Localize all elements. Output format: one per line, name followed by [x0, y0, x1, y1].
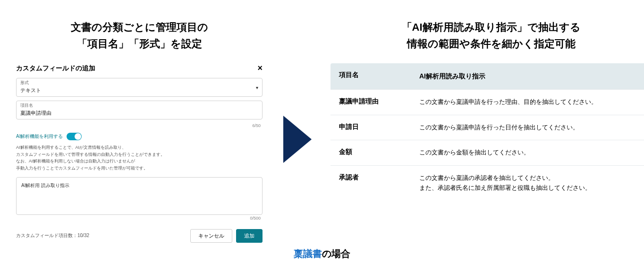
- caption-blue: 稟議書: [294, 248, 322, 259]
- table-row: 申請日 この文書から稟議申請を行った日付を抽出してください。: [330, 115, 644, 141]
- close-icon[interactable]: ×: [257, 63, 263, 73]
- row-desc: この文書から金額を抽出してください。: [411, 140, 644, 165]
- textarea-placeholder: AI解析用 読み取り指示: [21, 183, 69, 188]
- right-heading: 「AI解析用読み取り指示」で抽出する 情報の範囲や条件を細かく指定可能: [330, 19, 644, 52]
- ai-help-text: AI解析機能を利用することで、AIが文書情報を読み取り、 カスタムフィールドを用…: [16, 144, 263, 171]
- right-panel: 「AI解析用読み取り指示」で抽出する 情報の範囲や条件を細かく指定可能 項目名 …: [330, 19, 644, 201]
- add-button[interactable]: 追加: [236, 229, 263, 243]
- left-panel: 文書の分類ごとに管理項目の 「項目名」「形式」を設定 カスタムフィールドの追加 …: [14, 19, 264, 243]
- row-desc: この文書から稟議申請を行った日付を抽出してください。: [411, 115, 644, 140]
- caption-rest: の場合: [322, 248, 350, 259]
- row-desc: この文書から稟議の承認者を抽出してください。 また、承認者氏名に加え所属部署と役…: [411, 166, 644, 201]
- item-name-char-count: 6/50: [18, 123, 261, 128]
- add-custom-field-dialog: カスタムフィールドの追加 × 形式 テキスト ▾ 項目名 稟議申請理由 6/50…: [14, 63, 264, 243]
- ai-instruction-textarea[interactable]: AI解析用 読み取り指示: [16, 177, 263, 215]
- row-name: 稟議申請理由: [330, 90, 411, 115]
- arrow-icon: [283, 116, 312, 165]
- table-row: 金額 この文書から金額を抽出してください。: [330, 140, 644, 166]
- chevron-down-icon: ▾: [256, 85, 258, 90]
- ai-toggle-label: AI解析機能を利用する: [16, 133, 63, 140]
- cancel-button[interactable]: キャンセル: [190, 229, 232, 243]
- textarea-char-count: 0/500: [18, 216, 261, 221]
- row-name: 承認者: [330, 166, 411, 201]
- left-heading: 文書の分類ごとに管理項目の 「項目名」「形式」を設定: [14, 19, 264, 52]
- row-name: 申請日: [330, 115, 411, 140]
- item-name-value: 稟議申請理由: [20, 110, 258, 117]
- row-name: 金額: [330, 140, 411, 165]
- ai-toggle[interactable]: [67, 133, 82, 140]
- dialog-title: カスタムフィールドの追加: [16, 64, 95, 73]
- example-caption: 稟議書の場合: [0, 247, 644, 260]
- instruction-table: 項目名 AI解析用読み取り指示 稟議申請理由 この文書から稟議申請を行った理由、…: [330, 63, 644, 200]
- format-value: テキスト: [20, 87, 258, 94]
- field-count-label: カスタムフィールド項目数：10/32: [16, 232, 89, 239]
- table-row: 稟議申請理由 この文書から稟議申請を行った理由、目的を抽出してください。: [330, 90, 644, 115]
- th-instruction: AI解析用読み取り指示: [411, 63, 644, 89]
- table-row: 承認者 この文書から稟議の承認者を抽出してください。 また、承認者氏名に加え所属…: [330, 166, 644, 201]
- item-name-input[interactable]: 項目名 稟議申請理由: [16, 101, 263, 119]
- table-header: 項目名 AI解析用読み取り指示: [330, 63, 644, 89]
- format-select[interactable]: 形式 テキスト ▾: [16, 78, 263, 97]
- row-desc: この文書から稟議申請を行った理由、目的を抽出してください。: [411, 90, 644, 115]
- item-name-label: 項目名: [20, 102, 258, 109]
- th-item-name: 項目名: [330, 63, 411, 89]
- format-label: 形式: [20, 80, 258, 86]
- svg-marker-0: [283, 116, 312, 163]
